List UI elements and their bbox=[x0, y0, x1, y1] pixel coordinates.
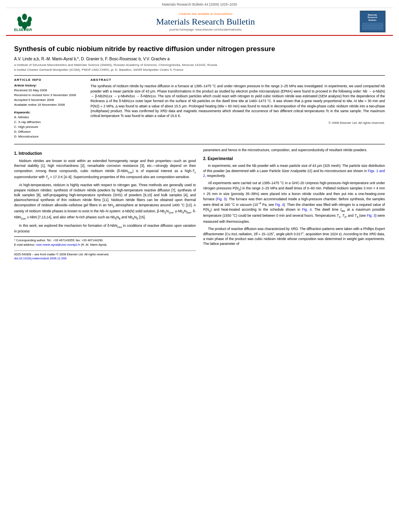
section1-number: 1. bbox=[14, 151, 17, 156]
svg-text:Materials: Materials bbox=[368, 14, 377, 16]
journal-url: journal homepage: www.elsevier.com/locat… bbox=[58, 28, 354, 31]
keyword-5: D. Microstructure bbox=[14, 134, 82, 139]
body-column-right: parameters and hence in the microstructu… bbox=[203, 148, 385, 261]
section1-paragraph1: Niobium nitrides are known to exist with… bbox=[14, 158, 196, 181]
section2-paragraph3: The product of reactive diffusion was ch… bbox=[203, 226, 385, 246]
keywords-block: Keywords: A. Nitrides C. X-ray diffracti… bbox=[14, 111, 82, 139]
keyword-4: D. Diffusion bbox=[14, 129, 82, 134]
article-title: Synthesis of cubic niobium nitride by re… bbox=[14, 45, 385, 53]
svg-point-7 bbox=[22, 14, 27, 20]
header-center: Contents lists available at ScienceDirec… bbox=[58, 12, 354, 31]
footer-copyright: 0025-5408/$ – see front matter © 2008 El… bbox=[14, 253, 196, 257]
keyword-2: C. X-ray diffraction bbox=[14, 120, 82, 125]
section2-heading: Experimental bbox=[208, 156, 233, 161]
abstract-copyright: © 2008 Elsevier Ltd. All rights reserved… bbox=[90, 121, 385, 125]
svg-point-5 bbox=[17, 16, 21, 22]
section2-paragraph1: In experiments, we used the Nb powder wi… bbox=[203, 163, 385, 178]
sciencedirect-link[interactable]: ScienceDirect bbox=[214, 12, 232, 16]
history-label: Article history: bbox=[14, 84, 82, 87]
abstract-text: The synthesis of niobium nitride by reac… bbox=[90, 84, 385, 118]
header-right: Materials Research Bulletin bbox=[354, 10, 386, 33]
article-info-column: ARTICLE INFO Article history: Received 2… bbox=[14, 78, 82, 139]
email-line: E-mail address: rose-marie.ayral@univ-mo… bbox=[14, 243, 196, 247]
svg-text:ELSEVIER: ELSEVIER bbox=[14, 28, 32, 31]
abstract-heading: ABSTRACT bbox=[90, 78, 385, 82]
corresponding-author-note: * Corresponding author. Tel.: +33 467143… bbox=[14, 238, 196, 243]
section1-title: 1. Introduction bbox=[14, 151, 196, 157]
keyword-3: C. High pressure bbox=[14, 125, 82, 129]
body-column-left: 1. Introduction Niobium nitrides are kno… bbox=[14, 148, 196, 261]
journal-reference-bar: Materials Research Bulletin 44 (2009) 10… bbox=[0, 0, 399, 8]
authors-text: A.V. Linde a,b, R.-M. Marin-Ayral b,*, D… bbox=[14, 57, 170, 61]
article-info-heading: ARTICLE INFO bbox=[14, 78, 82, 82]
journal-cover-thumbnail: Materials Research Bulletin bbox=[360, 10, 386, 33]
sciencedirect-text: Contents lists available at ScienceDirec… bbox=[58, 12, 354, 16]
section2-title: 2. Experimental bbox=[203, 156, 385, 162]
affiliation-b: b Institut Charles Gerhardt Montpellier … bbox=[14, 68, 385, 72]
article-content: Synthesis of cubic niobium nitride by re… bbox=[0, 36, 399, 267]
header-logo-area: ELSEVIER bbox=[13, 11, 58, 32]
journal-reference: Materials Research Bulletin 44 (2009) 10… bbox=[162, 2, 237, 6]
page-wrapper: Materials Research Bulletin 44 (2009) 10… bbox=[0, 0, 399, 532]
footnote-block: * Corresponding author. Tel.: +33 467143… bbox=[14, 238, 196, 247]
elsevier-logo-icon: ELSEVIER bbox=[13, 11, 47, 31]
footer-copyright-doi: 0025-5408/$ – see front matter © 2008 El… bbox=[14, 251, 196, 261]
section1-heading: Introduction bbox=[19, 151, 42, 156]
abstract-column: ABSTRACT The synthesis of niobium nitrid… bbox=[90, 78, 385, 139]
journal-header: ELSEVIER Contents lists available at Sci… bbox=[6, 8, 393, 36]
body-section: 1. Introduction Niobium nitrides are kno… bbox=[14, 144, 385, 261]
svg-text:Research: Research bbox=[368, 16, 377, 18]
authors-line: A.V. Linde a,b, R.-M. Marin-Ayral b,*, D… bbox=[14, 57, 385, 61]
keywords-label: Keywords: bbox=[14, 111, 82, 114]
svg-rect-14 bbox=[362, 23, 383, 30]
section1-paragraph2: At high-temperatures, niobium is highly … bbox=[14, 183, 196, 220]
revised-date: Received in revised form 3 November 2008 bbox=[14, 93, 82, 98]
article-info-abstract-section: ARTICLE INFO Article history: Received 2… bbox=[14, 75, 385, 139]
section1-continued: parameters and hence in the microstructu… bbox=[203, 148, 385, 152]
affiliation-a: a Institute of Structural Macrokinetics … bbox=[14, 63, 385, 67]
keyword-1: A. Nitrides bbox=[14, 115, 82, 120]
email-link[interactable]: rose-marie.ayral@univ-montp2.fr bbox=[36, 243, 80, 246]
article-history-block: Article history: Received 20 May 2008 Re… bbox=[14, 84, 82, 107]
accepted-date: Accepted 5 November 2008 bbox=[14, 98, 82, 103]
section2-paragraph2: All experiments were carried out at 1395… bbox=[203, 181, 385, 224]
affiliations: a Institute of Structural Macrokinetics … bbox=[14, 63, 385, 72]
section1-paragraph3: In this work, we explored the mechanism … bbox=[14, 223, 196, 234]
section2-number: 2. bbox=[203, 156, 206, 161]
available-date: Available online 18 November 2008 bbox=[14, 103, 82, 107]
received-date: Received 20 May 2008 bbox=[14, 88, 82, 93]
svg-text:Bulletin: Bulletin bbox=[368, 19, 376, 21]
footnote-divider bbox=[14, 236, 196, 237]
journal-title: Materials Research Bulletin bbox=[58, 16, 354, 27]
footer-doi: doi:10.1016/j.materresbull.2008.11.008 bbox=[14, 257, 196, 261]
svg-point-6 bbox=[28, 16, 32, 22]
